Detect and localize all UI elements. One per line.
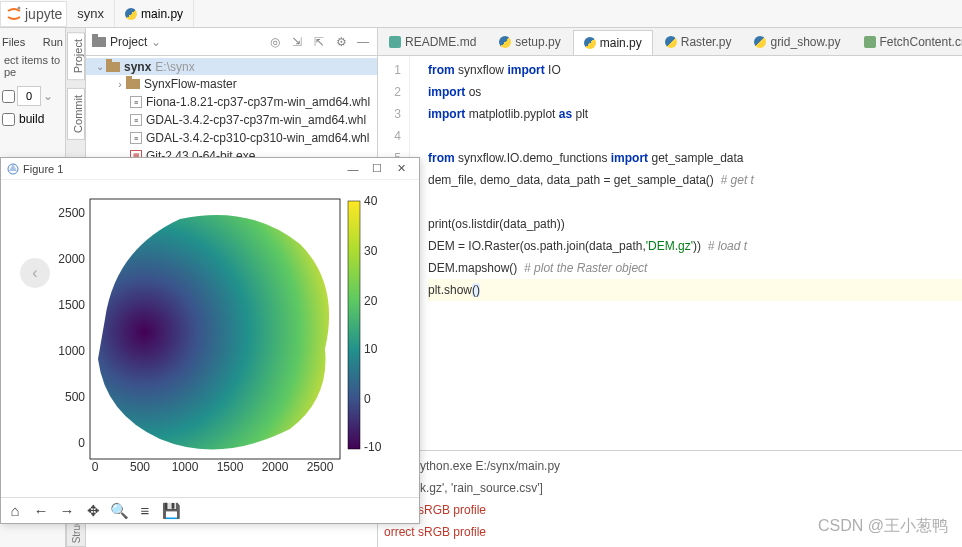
logo-text: jupyte <box>25 6 62 22</box>
python-file-icon <box>125 8 137 20</box>
file-label: GDAL-3.4.2-cp310-cp310-win_amd64.whl <box>146 131 369 145</box>
file-icon: ≡ <box>130 132 142 144</box>
files-label: Files <box>2 36 25 48</box>
svg-text:500: 500 <box>130 460 150 474</box>
jupyter-logo[interactable]: jupyte <box>0 1 67 27</box>
figure-title: Figure 1 <box>23 163 341 175</box>
breadcrumb-project[interactable]: synx <box>67 0 115 27</box>
tab-gridshow[interactable]: grid_show.py <box>743 29 851 55</box>
svg-text:2500: 2500 <box>307 460 334 474</box>
svg-text:1000: 1000 <box>58 344 85 358</box>
svg-point-0 <box>18 6 21 9</box>
svg-text:20: 20 <box>364 294 378 308</box>
item-count-input[interactable] <box>17 86 41 106</box>
svg-text:1000: 1000 <box>172 460 199 474</box>
tab-readme[interactable]: README.md <box>378 29 487 55</box>
zoom-icon[interactable]: 🔍 <box>109 501 129 521</box>
folder-icon <box>126 79 140 89</box>
expand-icon[interactable]: › <box>114 79 126 90</box>
project-root[interactable]: ⌄ synx E:\synx <box>86 58 377 75</box>
file-label: GDAL-3.4.2-cp37-cp37m-win_amd64.whl <box>146 113 366 127</box>
pan-icon[interactable]: ✥ <box>83 501 103 521</box>
matplotlib-icon <box>7 163 19 175</box>
prev-nav-button[interactable]: ‹ <box>20 258 50 288</box>
root-path: E:\synx <box>155 60 194 74</box>
expand-icon[interactable]: ⌄ <box>94 61 106 72</box>
code-editor[interactable]: 123 456 789 1011 from synxflow import IO… <box>378 56 962 450</box>
svg-text:10: 10 <box>364 342 378 356</box>
breadcrumb-file[interactable]: main.py <box>115 0 194 27</box>
svg-text:2000: 2000 <box>58 252 85 266</box>
maximize-button[interactable]: ☐ <box>365 162 389 175</box>
header-bar: jupyte synx main.py <box>0 0 962 28</box>
watermark: CSDN @王小葱鸭 <box>818 516 948 537</box>
tab-raster[interactable]: Raster.py <box>654 29 743 55</box>
figure-titlebar[interactable]: Figure 1 — ☐ ✕ <box>1 158 419 180</box>
file-icon: ≡ <box>130 114 142 126</box>
file-icon: ≡ <box>130 96 142 108</box>
build-checkbox[interactable] <box>2 113 15 126</box>
dem-plot: 2500 2000 1500 1000 500 0 0 500 1000 150… <box>20 189 400 489</box>
minimize-button[interactable]: — <box>341 163 365 175</box>
jupyter-icon <box>5 5 23 23</box>
figure-canvas[interactable]: 2500 2000 1500 1000 500 0 0 500 1000 150… <box>1 180 419 497</box>
svg-text:-10: -10 <box>364 440 382 454</box>
editor-tabs: README.md setup.py main.py Raster.py gri… <box>378 28 962 56</box>
run-label[interactable]: Run <box>43 36 63 48</box>
project-dropdown-label[interactable]: Project <box>110 35 147 49</box>
tab-main[interactable]: main.py <box>573 30 653 56</box>
console-line: y310\python.exe E:/synx/main.py <box>384 455 956 477</box>
forward-icon[interactable]: → <box>57 501 77 521</box>
tree-folder[interactable]: › SynxFlow-master <box>86 75 377 93</box>
configure-icon[interactable]: ≡ <box>135 501 155 521</box>
svg-text:0: 0 <box>364 392 371 406</box>
svg-rect-15 <box>348 201 360 449</box>
close-button[interactable]: ✕ <box>389 162 413 175</box>
chevron-down-icon[interactable]: ⌄ <box>151 35 161 49</box>
cmake-file-icon <box>864 36 876 48</box>
folder-icon <box>92 37 106 47</box>
md-file-icon <box>389 36 401 48</box>
console-line: n_mask.gz', 'rain_source.csv'] <box>384 477 956 499</box>
svg-text:2500: 2500 <box>58 206 85 220</box>
editor-area: README.md setup.py main.py Raster.py gri… <box>378 28 962 547</box>
tree-file[interactable]: ≡ Fiona-1.8.21-cp37-cp37m-win_amd64.whl <box>86 93 377 111</box>
root-name: synx <box>124 60 151 74</box>
python-file-icon <box>665 36 677 48</box>
commit-tool-tab[interactable]: Commit <box>67 88 85 140</box>
tree-file[interactable]: ≡ GDAL-3.4.2-cp37-cp37m-win_amd64.whl <box>86 111 377 129</box>
svg-text:30: 30 <box>364 244 378 258</box>
tree-file[interactable]: ≡ GDAL-3.4.2-cp310-cp310-win_amd64.whl <box>86 129 377 147</box>
python-file-icon <box>584 37 596 49</box>
project-header: Project ⌄ ◎ ⇲ ⇱ ⚙ — <box>86 28 377 56</box>
figure-window[interactable]: Figure 1 — ☐ ✕ 2500 2000 1500 1000 500 0… <box>0 157 420 524</box>
chevron-down-icon[interactable]: ⌄ <box>43 89 53 103</box>
expand-all-icon[interactable]: ⇲ <box>289 34 305 50</box>
gear-icon[interactable]: ⚙ <box>333 34 349 50</box>
breadcrumb-file-label: main.py <box>141 7 183 21</box>
back-icon[interactable]: ← <box>31 501 51 521</box>
python-file-icon <box>499 36 511 48</box>
svg-text:500: 500 <box>65 390 85 404</box>
svg-text:0: 0 <box>78 436 85 450</box>
tab-setup[interactable]: setup.py <box>488 29 571 55</box>
build-label: build <box>19 112 44 126</box>
folder-label: SynxFlow-master <box>144 77 237 91</box>
project-tool-tab[interactable]: Project <box>67 32 85 80</box>
save-icon[interactable]: 💾 <box>161 501 181 521</box>
collapse-all-icon[interactable]: ⇱ <box>311 34 327 50</box>
item-checkbox[interactable] <box>2 90 15 103</box>
target-icon[interactable]: ◎ <box>267 34 283 50</box>
folder-icon <box>106 62 120 72</box>
python-file-icon <box>754 36 766 48</box>
hide-icon[interactable]: — <box>355 34 371 50</box>
home-icon[interactable]: ⌂ <box>5 501 25 521</box>
svg-text:0: 0 <box>92 460 99 474</box>
svg-text:40: 40 <box>364 194 378 208</box>
code-lines[interactable]: from synxflow import IO import os import… <box>410 56 962 450</box>
svg-text:1500: 1500 <box>217 460 244 474</box>
figure-toolbar: ⌂ ← → ✥ 🔍 ≡ 💾 <box>1 497 419 523</box>
tab-fetchcontent[interactable]: FetchContent.cm <box>853 29 963 55</box>
svg-text:1500: 1500 <box>58 298 85 312</box>
select-items-text: ect items to pe <box>0 52 65 80</box>
